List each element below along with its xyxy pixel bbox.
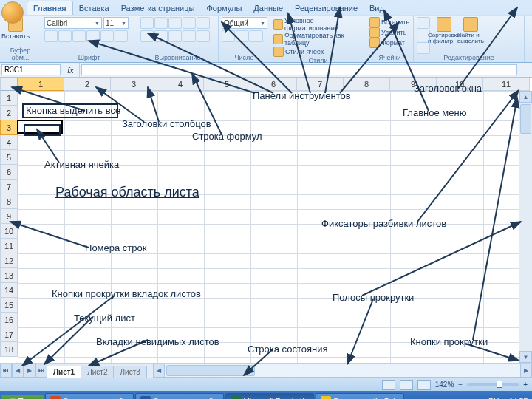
row-header[interactable]: 3 <box>0 120 18 135</box>
tab-view[interactable]: Вид <box>364 1 390 15</box>
sheet-tab-3[interactable]: Лист3 <box>113 366 146 378</box>
sheet-tab-2[interactable]: Лист2 <box>81 366 114 378</box>
active-cell[interactable] <box>17 120 63 134</box>
column-header[interactable]: 6 <box>250 78 297 91</box>
view-layout-button[interactable] <box>400 380 413 390</box>
tab-formulas[interactable]: Формулы <box>200 1 248 15</box>
column-header[interactable]: 4 <box>157 78 204 91</box>
insert-button[interactable]: Вставить <box>369 17 409 27</box>
zoom-thumb[interactable] <box>497 381 502 388</box>
taskbar-item[interactable]: Электронные таблицы... <box>135 393 224 399</box>
column-header[interactable]: 11 <box>483 78 530 91</box>
row-header[interactable]: 17 <box>0 327 18 342</box>
row-header[interactable]: 13 <box>0 268 18 283</box>
number-format-combo[interactable]: Общий▼ <box>222 17 267 29</box>
font-color-button[interactable] <box>115 30 128 42</box>
sheet-nav-last[interactable]: ⏭ <box>35 364 47 378</box>
comma-button[interactable] <box>250 30 263 42</box>
taskbar-item[interactable]: Microsoft Excel - Книга... <box>225 393 314 399</box>
percent-button[interactable] <box>236 30 249 42</box>
row-header[interactable]: 10 <box>0 224 18 239</box>
vscroll-thumb[interactable] <box>520 104 531 134</box>
row-header[interactable]: 6 <box>0 165 18 180</box>
row-header[interactable]: 11 <box>0 239 18 253</box>
currency-button[interactable] <box>222 30 235 42</box>
formula-input[interactable] <box>81 64 517 75</box>
format-button[interactable]: Формат <box>369 38 405 48</box>
column-header[interactable]: 8 <box>344 78 390 91</box>
sheet-tab-1[interactable]: Лист1 <box>47 366 81 378</box>
row-header[interactable]: 1 <box>0 91 18 106</box>
row-header[interactable]: 5 <box>0 150 18 165</box>
find-button[interactable]: Найти и выделить <box>458 17 483 44</box>
row-header[interactable]: 9 <box>0 209 18 224</box>
select-all-button[interactable] <box>0 78 18 91</box>
row-header[interactable]: 2 <box>0 106 18 120</box>
fill-color-button[interactable] <box>100 30 114 42</box>
align-right-button[interactable] <box>168 30 182 42</box>
row-header[interactable]: 12 <box>0 253 18 268</box>
start-button[interactable]: ⊞Пуск <box>1 395 44 400</box>
office-button[interactable] <box>1 1 24 24</box>
underline-button[interactable] <box>72 30 86 42</box>
column-header[interactable]: 3 <box>111 78 157 91</box>
tab-layout[interactable]: Разметка страницы <box>115 1 201 15</box>
scroll-left-button[interactable]: ◀ <box>153 364 165 378</box>
horizontal-scrollbar[interactable]: ◀ ▶ <box>153 364 532 378</box>
view-break-button[interactable] <box>417 380 431 390</box>
delete-button[interactable]: Удалить <box>369 27 406 38</box>
column-header[interactable]: 9 <box>390 78 437 91</box>
name-box[interactable]: R3C1 <box>1 64 61 75</box>
font-size-combo[interactable]: 11▼ <box>103 17 129 29</box>
column-header[interactable]: 7 <box>297 78 344 91</box>
indent-dec-button[interactable] <box>183 30 196 42</box>
align-bot-button[interactable] <box>168 17 182 29</box>
vertical-scrollbar[interactable]: ▲ ▼ <box>519 91 532 363</box>
row-header[interactable]: 8 <box>0 194 18 209</box>
zoom-out-button[interactable]: − <box>458 381 463 389</box>
view-normal-button[interactable] <box>382 380 395 390</box>
taskbar-item[interactable]: Электронные таблицы... <box>45 393 134 399</box>
sheet-nav-next[interactable]: ▶ <box>24 364 35 378</box>
sheet-nav-prev[interactable]: ◀ <box>12 364 24 378</box>
column-header[interactable]: 5 <box>204 78 250 91</box>
border-button[interactable] <box>86 30 100 42</box>
scroll-up-button[interactable]: ▲ <box>519 91 532 103</box>
fx-button[interactable]: fx <box>62 63 80 77</box>
tab-review[interactable]: Рецензирование <box>289 1 364 15</box>
italic-button[interactable] <box>58 30 72 42</box>
align-center-button[interactable] <box>154 30 168 42</box>
column-header[interactable]: 2 <box>64 78 111 91</box>
cell-styles-button[interactable]: Стили ячеек <box>273 47 324 57</box>
scroll-down-button[interactable]: ▼ <box>519 351 532 363</box>
row-header[interactable]: 7 <box>0 180 18 194</box>
merge-button[interactable] <box>197 30 210 42</box>
cond-format-button[interactable]: Условное форматирование <box>273 17 363 32</box>
row-header[interactable]: 16 <box>0 313 18 327</box>
autosum-button[interactable] <box>417 17 430 29</box>
align-left-button[interactable] <box>140 30 154 42</box>
align-top-button[interactable] <box>140 17 154 29</box>
hscroll-thumb[interactable] <box>166 365 255 376</box>
row-header[interactable]: 18 <box>0 342 18 357</box>
sort-filter-button[interactable]: Сортировка и фильтр <box>432 17 457 44</box>
format-table-button[interactable]: Форматировать как таблицу <box>273 32 363 47</box>
column-header[interactable]: 10 <box>437 78 483 91</box>
sheet-nav-first[interactable]: ⏮ <box>0 364 12 378</box>
vscroll-track[interactable] <box>519 103 532 351</box>
row-header[interactable]: 14 <box>0 283 18 298</box>
orientation-button[interactable] <box>183 17 196 29</box>
row-header[interactable]: 15 <box>0 298 18 313</box>
hscroll-track[interactable] <box>165 364 520 378</box>
font-name-combo[interactable]: Calibri▼ <box>44 17 102 29</box>
tab-insert[interactable]: Вставка <box>73 1 115 15</box>
tab-home[interactable]: Главная <box>27 1 73 15</box>
align-mid-button[interactable] <box>154 17 168 29</box>
bold-button[interactable] <box>44 30 58 42</box>
scroll-right-button[interactable]: ▶ <box>520 364 532 378</box>
row-header[interactable]: 4 <box>0 135 18 150</box>
zoom-slider[interactable] <box>467 383 519 386</box>
taskbar-item[interactable]: Безымянный - Paint <box>316 393 404 399</box>
tab-data[interactable]: Данные <box>248 1 289 15</box>
wrap-button[interactable] <box>197 17 210 29</box>
